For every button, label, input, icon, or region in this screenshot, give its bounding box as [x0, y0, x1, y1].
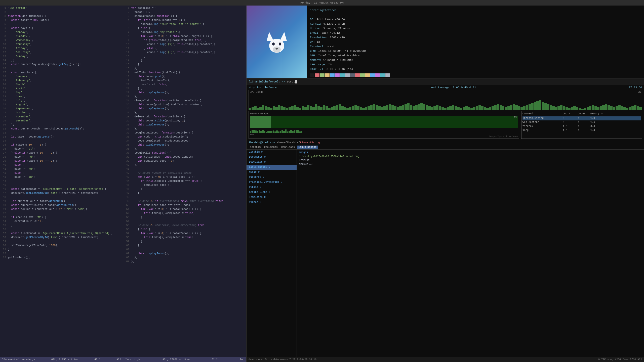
fm-left-item-pictures[interactable]: Pictures 0 — [247, 175, 297, 180]
code-line: 10 'Thursday', — [0, 42, 123, 46]
process-row: Web Content011.6 — [522, 120, 641, 124]
cpu-bar-segment — [433, 106, 436, 110]
fm-left-item-stripe-clone[interactable]: Stripe-Clone 6 — [247, 190, 297, 195]
code-line: 4 const today = new Date(); — [0, 18, 123, 22]
fm-status-left: drwxr-xr-x 5 ibrahim users 7 2017-08-20 … — [249, 358, 316, 361]
code-line: 5 — [0, 22, 123, 26]
fm-left-item-videos[interactable]: Videos 0 — [247, 200, 297, 205]
code-line: 42 // count number of completed todos — [123, 171, 246, 175]
cpu-bar-segment — [552, 106, 554, 110]
fm-tab-linux-ricing[interactable]: Linux-Ricing — [297, 146, 318, 149]
cpu-bar-segment — [428, 106, 430, 110]
cpu-bar-segment — [465, 106, 467, 110]
code-line: 21 'April', — [0, 86, 123, 90]
vtop-cpu-pct: 3% — [638, 91, 641, 94]
code-line: 39 } else if (date % 10 === 3) { — [0, 159, 123, 163]
mem-bar-segment — [296, 130, 297, 133]
cpu-bar-segment — [323, 105, 325, 110]
fm-left-item-downloads[interactable]: Downloads 0 — [247, 160, 297, 165]
sysinfo-disk-line: Disk (/): 3.00 / 4546 (1%) — [310, 67, 390, 71]
svg-point-4 — [272, 42, 275, 46]
cpu-bar-segment — [441, 107, 444, 110]
cpu-bar-segment — [275, 107, 277, 110]
cpu-bar-segment — [280, 106, 283, 110]
cpu-bar-segment — [470, 108, 473, 110]
code-line: 44 } — [0, 179, 123, 183]
code-line: 46 const dateConcat = `${currentDay}, ${… — [0, 187, 123, 191]
cpu-bar-segment — [550, 105, 552, 110]
fm-right-item-readme.md[interactable]: README.md — [299, 163, 642, 167]
terminal-line[interactable]: [ibrahim@theforce]: ~> scrot — [247, 78, 644, 85]
cpu-bar-segment — [613, 107, 615, 110]
cpu-bar-segment — [542, 102, 544, 110]
cpu-bar-segment — [402, 105, 404, 110]
cpu-bar-segment — [494, 105, 497, 110]
fm-right-item-alacritty-[interactable]: alacritty-2017-08-20_2560x1440_scrot.png — [299, 155, 642, 159]
right-panel: ibrahim@theforce ---------------- OS: Ar… — [247, 6, 644, 362]
sysinfo-memory-line: Memory: 1466MiB / 15950MiB — [310, 58, 390, 62]
code-line: 51 for (var i = 0; i < totalTodos; i++) … — [123, 207, 246, 211]
color-swatch — [365, 73, 370, 77]
fm-left-item-practical-javascript[interactable]: Practical-Javascript 8 — [247, 180, 297, 185]
mem-bar-segment — [280, 131, 281, 133]
fm-left-item-ibrahim[interactable]: ibrahim 0 — [247, 150, 297, 155]
mem-bar-segment — [276, 130, 278, 133]
vtop-mem-label: Memory Usage — [250, 112, 518, 115]
color-swatch — [340, 73, 345, 77]
cpu-bar-segment — [505, 107, 507, 110]
cpu-bar-segment — [608, 105, 610, 110]
code-line: 27 'October', — [0, 111, 123, 115]
color-swatch — [335, 73, 340, 77]
fm-tab-documents[interactable]: Documents — [263, 146, 279, 149]
code-line: 53 } — [123, 215, 246, 219]
code-line: 58 document.getElementById('time').inner… — [0, 235, 123, 239]
fm-left-item-templates[interactable]: Templates 0 — [247, 195, 297, 200]
fm-right-panel[interactable]: imagesalacritty-2017-08-20_2560x1440_scr… — [297, 150, 644, 357]
fm-right-item-license[interactable]: LICENSE — [299, 159, 642, 163]
terminal-command: scrot — [285, 80, 295, 83]
cpu-bar-segment — [399, 106, 401, 110]
mem-bar-segment — [255, 130, 257, 133]
cpu-bar-segment — [486, 108, 489, 110]
code-line: 50 if (completedTodos === totalTodos) { — [123, 203, 246, 207]
cpu-bar-segment — [631, 106, 634, 110]
cpu-bar-segment — [481, 106, 483, 110]
code-line: 46 } — [123, 187, 246, 191]
code-line: 2 — [0, 10, 123, 14]
cpu-bar-segment — [529, 104, 531, 110]
fm-left-item-public[interactable]: Public 0 — [247, 185, 297, 190]
code-line: 11 } else { — [123, 46, 246, 50]
fm-left-panel[interactable]: ibrahim 0Documents 0Downloads 0Linux-Ric… — [247, 150, 297, 357]
fm-tab-ibrahim[interactable]: ibrahim — [249, 146, 262, 149]
cpu-bar-segment — [315, 104, 317, 110]
fm-right-item-images[interactable]: images — [299, 151, 642, 155]
fm-left-item-documents[interactable]: Documents 0 — [247, 155, 297, 160]
proc-col-count: Count — [578, 112, 590, 115]
mem-bar-segment — [283, 131, 285, 133]
code-line: 61 — [123, 247, 246, 251]
cpu-bar-segment — [581, 109, 584, 110]
cpu-bar-segment — [349, 107, 351, 110]
code-line: 49 // case 1: if everything's true, make… — [123, 199, 246, 203]
editor-left-content[interactable]: 1'use strict';23function getTimeDate() {… — [0, 6, 123, 357]
cpu-bar-segment — [278, 105, 280, 110]
fm-left-item-music[interactable]: Music 0 — [247, 170, 297, 175]
fm-tab-downloads[interactable]: Downloads — [280, 146, 296, 149]
sysinfo-resolution-line: Resolution: 644x362 — [310, 35, 390, 40]
fm-header: ibrahim@theforce /home/ibrahim/ Linux-Ri… — [247, 140, 644, 145]
cpu-bar-segment — [249, 108, 251, 110]
cpu-bar-segment — [439, 106, 441, 110]
fm-left-item-linux-ricing[interactable]: Linux-Ricing 0 — [247, 165, 297, 170]
code-line: 8 for (var i = 0; i < this.todos.length;… — [123, 34, 246, 38]
fm-tabs[interactable]: ibrahimDocumentsDownloadsLinux-Ricing — [247, 145, 644, 150]
code-line: 4 if (this.todos.length === 0) { — [123, 18, 246, 22]
code-line: 42 } else { — [0, 171, 123, 175]
cpu-bar-segment — [634, 105, 636, 110]
cpu-bar-segment — [410, 105, 412, 110]
code-line: 30 this.displayTodos(); — [123, 123, 246, 127]
code-line: 2 todos: [], — [123, 10, 246, 14]
editor-right-content[interactable]: 1var todoList = {2 todos: [],3 displayTo… — [123, 6, 246, 357]
mem-bar-segment — [285, 129, 287, 133]
cpu-bar-segment — [555, 107, 557, 110]
code-line: 59 — [0, 239, 123, 243]
